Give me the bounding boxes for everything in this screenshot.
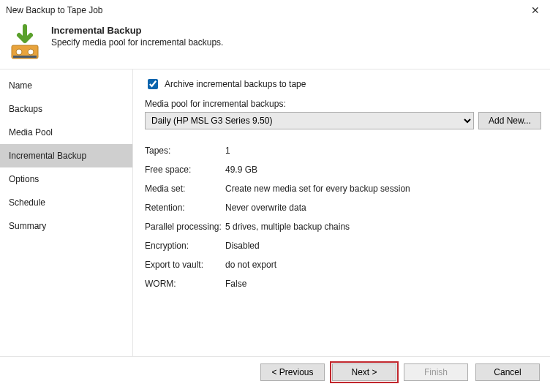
svg-rect-3 (13, 56, 37, 58)
info-row-media-set: Media set:Create new media set for every… (145, 179, 541, 198)
page-subtitle: Specify media pool for incremental backu… (51, 37, 223, 48)
svg-point-1 (16, 49, 22, 55)
cancel-button[interactable]: Cancel (475, 363, 540, 381)
page-title: Incremental Backup (51, 25, 223, 36)
wizard-header-text: Incremental Backup Specify media pool fo… (51, 23, 223, 48)
sidebar-item-backups[interactable]: Backups (0, 97, 132, 121)
info-row-encryption: Encryption:Disabled (145, 236, 541, 255)
sidebar-item-summary[interactable]: Summary (0, 214, 132, 238)
media-pool-label: Media pool for incremental backups: (145, 99, 541, 109)
sidebar-item-media-pool[interactable]: Media Pool (0, 121, 132, 144)
next-button[interactable]: Next > (332, 363, 396, 381)
wizard-header: Incremental Backup Specify media pool fo… (0, 20, 550, 69)
info-row-export: Export to vault:do not export (145, 255, 541, 274)
info-row-free-space: Free space:49.9 GB (145, 160, 541, 179)
title-bar: New Backup to Tape Job ✕ (0, 0, 550, 20)
media-pool-info: Tapes:1 Free space:49.9 GB Media set:Cre… (145, 141, 541, 293)
close-icon[interactable]: ✕ (527, 4, 544, 16)
previous-button[interactable]: < Previous (260, 363, 325, 381)
info-row-parallel: Parallel processing:5 drives, multiple b… (145, 217, 541, 236)
archive-checkbox-label: Archive incremental backups to tape (165, 79, 306, 89)
tape-backup-icon (6, 23, 44, 61)
archive-checkbox[interactable] (148, 79, 158, 89)
wizard-footer: < Previous Next > Finish Cancel (0, 356, 550, 387)
info-row-worm: WORM:False (145, 274, 541, 293)
sidebar-item-schedule[interactable]: Schedule (0, 191, 132, 214)
sidebar-item-incremental-backup[interactable]: Incremental Backup (0, 144, 132, 167)
svg-point-2 (28, 49, 34, 55)
media-pool-combo[interactable]: Daily (HP MSL G3 Series 9.50) (145, 112, 474, 129)
wizard-content: Archive incremental backups to tape Medi… (133, 69, 550, 356)
finish-button: Finish (404, 363, 468, 381)
info-row-retention: Retention:Never overwrite data (145, 198, 541, 217)
media-pool-select[interactable]: Daily (HP MSL G3 Series 9.50) (145, 112, 474, 129)
window-title: New Backup to Tape Job (6, 5, 103, 15)
info-row-tapes: Tapes:1 (145, 141, 541, 160)
wizard-steps-sidebar: Name Backups Media Pool Incremental Back… (0, 69, 133, 356)
sidebar-item-options[interactable]: Options (0, 167, 132, 191)
archive-checkbox-row[interactable]: Archive incremental backups to tape (145, 77, 541, 91)
add-new-button[interactable]: Add New... (478, 112, 541, 129)
sidebar-item-name[interactable]: Name (0, 74, 132, 97)
